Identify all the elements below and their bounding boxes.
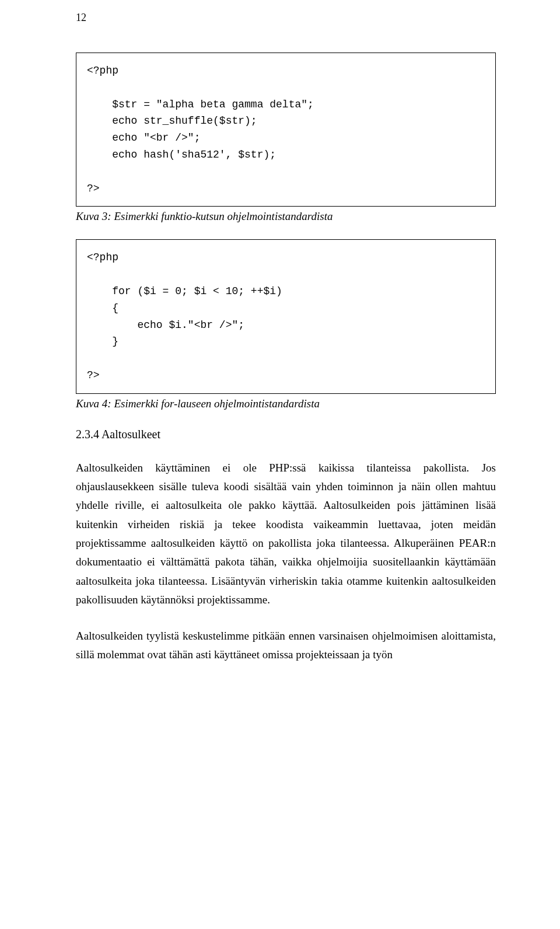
figure-caption-2: Kuva 4: Esimerkki for-lauseen ohjelmoint…	[76, 397, 496, 410]
figure-caption-1: Kuva 3: Esimerkki funktio-kutsun ohjelmo…	[76, 210, 496, 223]
spacer	[76, 23, 496, 53]
section-heading: 2.3.4 Aaltosulkeet	[76, 428, 496, 441]
document-page: 12 <?php $str = "alpha beta gamma delta"…	[0, 0, 560, 929]
body-paragraph-1: Aaltosulkeiden käyttäminen ei ole PHP:ss…	[76, 459, 496, 609]
page-number: 12	[76, 12, 86, 24]
code-block-2: <?php for ($i = 0; $i < 10; ++$i) { echo…	[76, 239, 496, 393]
code-block-1: <?php $str = "alpha beta gamma delta"; e…	[76, 53, 496, 207]
body-paragraph-2: Aaltosulkeiden tyylistä keskustelimme pi…	[76, 627, 496, 665]
